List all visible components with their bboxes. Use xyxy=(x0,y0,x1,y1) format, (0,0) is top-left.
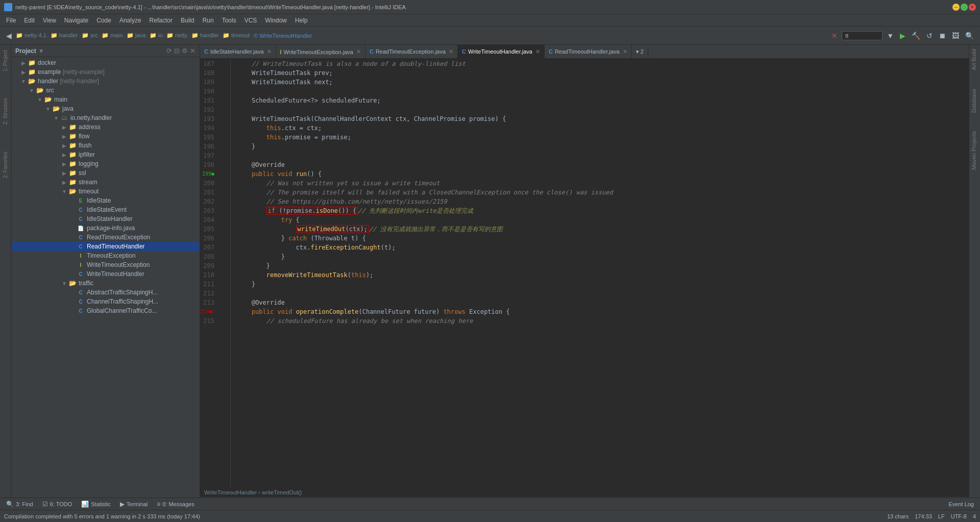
toggle-ipfilter[interactable]: ▶ xyxy=(60,152,68,158)
collapse-icon[interactable]: ⊟ xyxy=(174,47,180,55)
tree-item-timeout[interactable]: ▼ 📂 timeout xyxy=(11,187,200,196)
toggle-stream[interactable]: ▶ xyxy=(60,180,68,185)
tab-close-wte[interactable]: ✕ xyxy=(356,48,361,55)
tab-writetimeouthandler[interactable]: C WriteTimeoutHandler.java ✕ xyxy=(458,45,545,58)
tree-item-writetimeoutexception[interactable]: I WriteTimeoutException xyxy=(11,260,200,269)
menu-file[interactable]: File xyxy=(2,16,20,25)
tree-item-readtimeouthandler[interactable]: C ReadTimeoutHandler xyxy=(11,242,200,251)
breadcrumb-src[interactable]: 📁 src xyxy=(82,32,98,39)
tab-artbuild[interactable]: Art Build xyxy=(969,45,980,74)
tab-more[interactable]: ▾ 2 xyxy=(632,45,648,59)
menu-vcs[interactable]: VCS xyxy=(240,16,261,25)
breadcrumb-java[interactable]: 📁 java xyxy=(127,32,145,39)
tab-close-rte[interactable]: ✕ xyxy=(449,48,453,55)
tree-item-stream[interactable]: ▶ 📁 stream xyxy=(11,178,200,187)
tree-item-src[interactable]: ▼ 📂 src xyxy=(11,86,200,95)
frame-icon[interactable]: 🖼 xyxy=(950,31,961,41)
tree-item-java[interactable]: ▼ 📂 java xyxy=(11,104,200,113)
tree-item-handler[interactable]: ▼ 📂 handler [netty-handler] xyxy=(11,77,200,86)
toggle-handler[interactable]: ▼ xyxy=(19,79,28,84)
btab-terminal[interactable]: ▶ Terminal xyxy=(116,500,152,509)
toggle-example[interactable]: ▶ xyxy=(19,69,28,75)
tree-item-writetimeouthandler[interactable]: C WriteTimeoutHandler xyxy=(11,269,200,279)
tab-favorites[interactable]: 2: Favorites xyxy=(2,148,9,181)
tree-item-address[interactable]: ▶ 📁 address xyxy=(11,122,200,132)
tree-item-docker[interactable]: ▶ 📁 docker xyxy=(11,58,200,67)
breadcrumb-netty41[interactable]: 📁 netty-4.1 xyxy=(16,32,46,39)
search-settings-icon[interactable]: ▼ xyxy=(885,31,896,41)
tab-writetimeoutexception[interactable]: I WriteTimeoutException.java ✕ xyxy=(276,45,365,59)
menu-code[interactable]: Code xyxy=(92,16,115,25)
menu-view[interactable]: View xyxy=(39,16,60,25)
tree-item-traffic[interactable]: ▼ 📂 traffic xyxy=(11,279,200,288)
sync-icon[interactable]: ⟳ xyxy=(166,47,172,55)
menu-navigate[interactable]: Navigate xyxy=(60,16,92,25)
tree-item-idlestateevent[interactable]: C IdleStateEvent xyxy=(11,205,200,214)
tree-item-packageinfo[interactable]: 📄 package-info.java xyxy=(11,223,200,233)
menu-help[interactable]: Help xyxy=(291,16,312,25)
tree-item-example[interactable]: ▶ 📁 example [netty-example] xyxy=(11,67,200,77)
breadcrumb-io[interactable]: 📁 io xyxy=(150,32,163,39)
find-icon[interactable]: 🔍 xyxy=(963,31,976,41)
btab-eventlog[interactable]: Event Log xyxy=(944,500,978,508)
tab-readtimeoutexception[interactable]: C ReadTimeoutException.java ✕ xyxy=(365,45,458,59)
minimize-button[interactable]: ─ xyxy=(952,4,960,11)
build-icon[interactable]: 🔨 xyxy=(910,31,922,41)
menu-build[interactable]: Build xyxy=(177,16,199,25)
toggle-docker[interactable]: ▶ xyxy=(19,60,28,66)
code-area[interactable]: 187 188 189 190 191 192 193 194 195 196 … xyxy=(200,59,969,487)
tree-item-timeoutexception[interactable]: I TimeoutException xyxy=(11,251,200,260)
maximize-button[interactable]: □ xyxy=(961,4,968,11)
breadcrumb-timeout[interactable]: 📁 timeout xyxy=(223,32,250,39)
tab-readtimeouthandler[interactable]: C ReadTimeoutHandler.java ✕ xyxy=(545,45,632,59)
toggle-traffic[interactable]: ▼ xyxy=(60,281,68,286)
tab-close-idlestatehandler[interactable]: ✕ xyxy=(267,48,272,55)
menu-analyze[interactable]: Analyze xyxy=(115,16,145,25)
toolbar-back-icon[interactable]: ◀ xyxy=(4,31,14,41)
breadcrumb-writehandler[interactable]: © WriteTimeoutHandler xyxy=(254,33,312,39)
settings-icon[interactable]: ⚙ xyxy=(182,47,188,55)
tree-item-globalchannel[interactable]: C GlobalChannelTrafficCo... xyxy=(11,306,200,315)
breadcrumb-netty[interactable]: 📁 netty xyxy=(166,32,187,39)
tab-structure[interactable]: Z: Structure xyxy=(2,95,9,128)
tab-database[interactable]: Database xyxy=(969,85,980,117)
tree-item-flush[interactable]: ▶ 📁 flush xyxy=(11,141,200,150)
search-nav-icon[interactable]: ✕ xyxy=(829,31,840,41)
tab-project[interactable]: 1: Project xyxy=(2,47,9,74)
breadcrumb-handler2[interactable]: 📁 handler xyxy=(191,32,219,39)
toggle-flush[interactable]: ▶ xyxy=(60,143,68,148)
tree-item-flow[interactable]: ▶ 📁 flow xyxy=(11,132,200,141)
toggle-ssl[interactable]: ▶ xyxy=(60,170,68,176)
toggle-ionettyhandler[interactable]: ▼ xyxy=(52,115,60,121)
tab-close-rth[interactable]: ✕ xyxy=(623,48,627,55)
tab-maven[interactable]: Maven Projects xyxy=(969,127,980,174)
menu-window[interactable]: Window xyxy=(261,16,291,25)
close-sidebar-icon[interactable]: ✕ xyxy=(190,47,195,55)
tree-item-main[interactable]: ▼ 📂 main xyxy=(11,95,200,104)
toggle-logging[interactable]: ▶ xyxy=(60,161,68,167)
tree-item-idlestate[interactable]: E IdleState xyxy=(11,196,200,205)
toggle-main[interactable]: ▼ xyxy=(36,97,44,103)
tree-item-ionettyhandler[interactable]: ▼ 🗂 io.netty.handler xyxy=(11,113,200,122)
tree-item-channeltraffic[interactable]: C ChannelTrafficShapingH... xyxy=(11,297,200,306)
breadcrumb-handler[interactable]: 📁 handler xyxy=(51,32,78,39)
tree-item-ipfilter[interactable]: ▶ 📁 ipfilter xyxy=(11,150,200,159)
tree-item-abstracttraffic[interactable]: C AbstractTrafficShapingH... xyxy=(11,288,200,297)
toggle-timeout[interactable]: ▼ xyxy=(60,189,68,194)
run-icon[interactable]: ▶ xyxy=(898,31,908,41)
toggle-src[interactable]: ▼ xyxy=(28,88,36,93)
tree-item-readtimeoutexception[interactable]: C ReadTimeoutException xyxy=(11,233,200,242)
search-input[interactable]: tt xyxy=(842,31,883,40)
btab-messages[interactable]: ≡ 0: Messages xyxy=(153,500,198,509)
menu-run[interactable]: Run xyxy=(199,16,218,25)
btab-todo[interactable]: ☑ 6: TODO xyxy=(38,500,77,509)
close-button[interactable]: ✕ xyxy=(969,4,976,11)
tab-close-wth[interactable]: ✕ xyxy=(535,48,540,55)
sidebar-dropdown-icon[interactable]: ▼ xyxy=(38,47,44,55)
menu-tools[interactable]: Tools xyxy=(218,16,240,25)
toggle-flow[interactable]: ▶ xyxy=(60,134,68,139)
menu-refactor[interactable]: Refactor xyxy=(145,16,177,25)
window-controls[interactable]: ─ □ ✕ xyxy=(952,4,976,11)
toggle-address[interactable]: ▶ xyxy=(60,125,68,130)
btab-statistic[interactable]: 📊 Statistic xyxy=(77,500,115,509)
